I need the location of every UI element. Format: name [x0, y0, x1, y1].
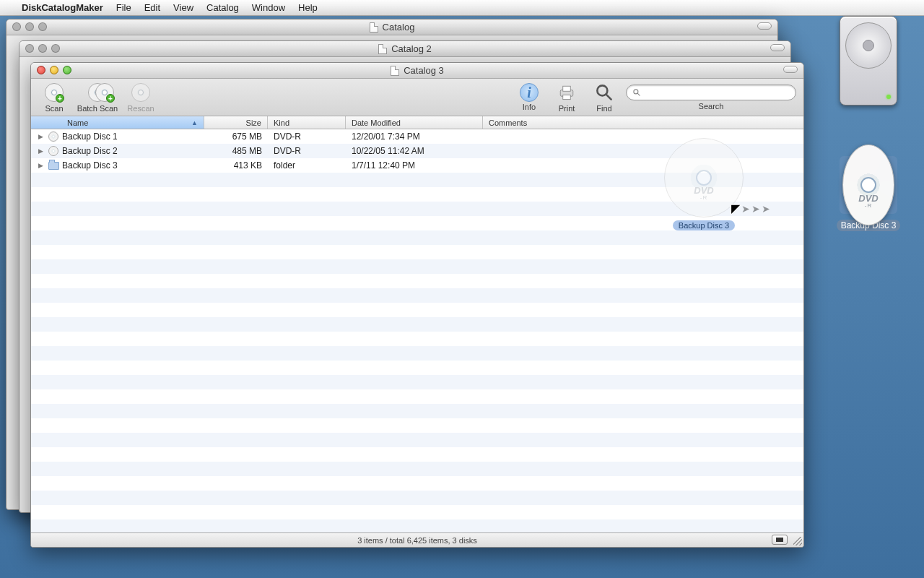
menu-help[interactable]: Help: [298, 2, 318, 13]
item-date: 10/22/05 11:42 AM: [346, 146, 483, 156]
search-label: Search: [699, 102, 724, 111]
zoom-button[interactable]: [63, 66, 71, 74]
column-headers: Name▲ Size Kind Date Modified Comments: [31, 116, 803, 129]
scan-button[interactable]: + Scan: [38, 82, 70, 113]
item-kind: DVD-R: [268, 146, 346, 156]
minimize-button[interactable]: [50, 66, 58, 74]
item-name: Backup Disc 1: [62, 131, 118, 142]
sort-asc-icon: ▲: [191, 119, 198, 126]
document-icon: [391, 66, 399, 76]
item-name: Backup Disc 2: [62, 146, 118, 156]
minimize-button[interactable]: [25, 22, 34, 31]
column-size[interactable]: Size: [204, 116, 268, 129]
window-title: Catalog 3: [404, 65, 444, 76]
menu-window[interactable]: Window: [252, 2, 285, 13]
disclosure-triangle-icon[interactable]: ▶: [38, 147, 45, 155]
printer-icon: [556, 82, 578, 103]
disclosure-triangle-icon[interactable]: ▶: [38, 133, 45, 140]
zoom-button[interactable]: [38, 22, 47, 31]
window-title: Catalog 2: [391, 43, 432, 54]
search-field[interactable]: [626, 85, 796, 100]
item-date: 12/20/01 7:34 PM: [346, 131, 483, 142]
item-kind: folder: [268, 160, 346, 171]
column-date[interactable]: Date Modified: [346, 116, 483, 129]
find-button[interactable]: Find: [588, 82, 620, 113]
catalog-list[interactable]: ▶ Backup Disc 1 675 MB DVD-R 12/20/01 7:…: [31, 129, 803, 532]
table-row[interactable]: ▶ Backup Disc 1 675 MB DVD-R 12/20/01 7:…: [31, 129, 803, 144]
folder-icon: [48, 160, 59, 171]
window-catalog-3[interactable]: Catalog 3 + Scan + Batch Scan Rescan i I…: [30, 62, 804, 548]
dvd-icon: DVD-R: [842, 144, 894, 225]
menu-file[interactable]: File: [116, 2, 131, 13]
info-button[interactable]: i Info: [513, 83, 545, 111]
disc-icon: [48, 145, 59, 157]
column-comments[interactable]: Comments: [483, 116, 803, 129]
document-icon: [370, 22, 378, 33]
toolbar-toggle-button[interactable]: [770, 44, 785, 51]
disc-rescan-icon: [131, 83, 150, 102]
table-row[interactable]: ▶ Backup Disc 3 413 KB folder 1/7/11 12:…: [31, 158, 803, 173]
svg-rect-2: [563, 95, 571, 100]
table-row[interactable]: ▶ Backup Disc 2 485 MB DVD-R 10/22/05 11…: [31, 144, 803, 158]
desktop-hd[interactable]: Macintosh HD: [821, 32, 915, 107]
minimize-button[interactable]: [38, 44, 47, 53]
titlebar[interactable]: Catalog 2: [19, 41, 790, 57]
close-button[interactable]: [12, 22, 21, 31]
close-button[interactable]: [25, 44, 34, 53]
status-bar: 3 items / total 6,425 items, 3 disks: [31, 532, 803, 547]
search-input[interactable]: [645, 87, 790, 98]
menu-view[interactable]: View: [173, 2, 193, 13]
view-mode-button[interactable]: [772, 535, 788, 545]
menu-bar: DiskCatalogMaker File Edit View Catalog …: [0, 0, 924, 16]
window-title: Catalog: [383, 22, 415, 33]
disc-icon: +: [95, 83, 114, 102]
hard-drive-icon: [840, 16, 897, 105]
titlebar[interactable]: Catalog 3: [31, 63, 803, 79]
app-menu[interactable]: DiskCatalogMaker: [22, 2, 103, 13]
toolbar: + Scan + Batch Scan Rescan i Info Print: [31, 79, 803, 116]
column-kind[interactable]: Kind: [268, 116, 346, 129]
info-icon: i: [520, 83, 539, 102]
svg-line-4: [606, 95, 611, 100]
column-name[interactable]: Name▲: [31, 116, 204, 129]
status-text: 3 items / total 6,425 items, 3 disks: [357, 536, 477, 545]
titlebar[interactable]: Catalog: [6, 20, 777, 35]
item-size: 675 MB: [204, 131, 268, 142]
batch-scan-button[interactable]: + Batch Scan: [76, 82, 119, 113]
magnifier-icon: [593, 82, 615, 103]
menu-catalog[interactable]: Catalog: [206, 2, 239, 13]
cursor-trail-icon: ➤➤➤: [741, 203, 772, 215]
item-size: 413 KB: [204, 160, 268, 171]
item-kind: DVD-R: [268, 131, 346, 142]
zoom-button[interactable]: [51, 44, 60, 53]
document-icon: [378, 44, 387, 54]
toolbar-toggle-button[interactable]: [783, 66, 798, 73]
svg-line-6: [637, 93, 640, 95]
menu-edit[interactable]: Edit: [144, 2, 160, 13]
print-button[interactable]: Print: [551, 82, 583, 113]
disclosure-triangle-icon[interactable]: ▶: [38, 162, 45, 169]
desktop-dvd[interactable]: DVD-R Backup Disc 3: [821, 156, 915, 231]
search-icon: [632, 88, 641, 97]
item-size: 485 MB: [204, 146, 268, 156]
close-button[interactable]: [37, 66, 45, 74]
item-date: 1/7/11 12:40 PM: [346, 160, 483, 171]
svg-rect-1: [563, 86, 571, 91]
item-name: Backup Disc 3: [62, 160, 118, 171]
disc-icon: [48, 131, 59, 142]
resize-handle-icon[interactable]: [793, 537, 802, 545]
rescan-button[interactable]: Rescan: [125, 82, 157, 113]
disc-scan-icon: +: [45, 83, 64, 102]
cursor-icon: ◤: [731, 202, 740, 215]
toolbar-toggle-button[interactable]: [757, 22, 772, 30]
